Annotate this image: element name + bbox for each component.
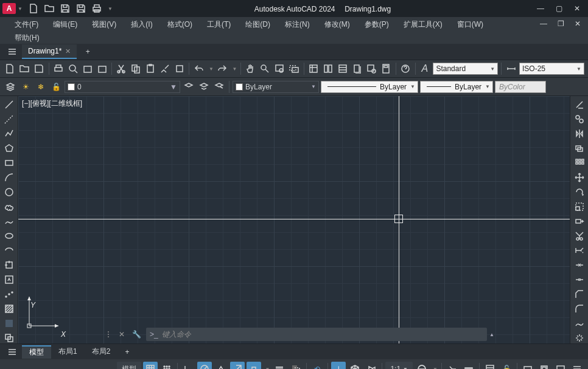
break-icon[interactable] [573,259,586,271]
isodraft-icon[interactable] [214,362,228,369]
join-icon[interactable] [573,274,586,286]
dim-style-combo[interactable]: ISO-25▼ [519,63,584,75]
region-icon[interactable] [2,332,16,343]
layout-tab-model[interactable]: 模型 [22,345,51,359]
layer-freeze-icon[interactable]: ❄ [34,80,47,94]
doc-close-button[interactable]: ✕ [570,17,586,30]
mirror-icon[interactable] [573,128,586,140]
ortho-toggle-icon[interactable] [181,362,195,369]
otrack-toggle-icon[interactable] [230,362,245,369]
lwt-toggle-icon[interactable] [272,362,287,369]
quickprops-icon[interactable] [483,362,497,369]
dynamic-input-icon[interactable]: ⊥ [331,362,346,369]
3dosnap-icon[interactable] [348,362,362,369]
lineweight-combo[interactable]: ByLayer ▼ [420,81,493,93]
xline-icon[interactable] [2,113,16,125]
copy-icon[interactable] [130,62,142,75]
menu-insert[interactable]: 插入(I) [124,18,159,32]
open-icon[interactable] [43,2,56,15]
hardware-accel-icon[interactable] [537,362,551,369]
units-icon[interactable] [461,362,476,369]
osnap-toggle-icon[interactable] [247,362,261,369]
stretch-icon[interactable] [573,215,586,227]
tool-palettes-icon[interactable] [336,62,349,75]
menu-tools[interactable]: 工具(T) [200,18,238,32]
command-history-arrow[interactable]: ▲ [489,332,494,337]
clean-screen-icon[interactable] [553,362,568,369]
save-file-icon[interactable] [33,62,46,75]
new-icon[interactable] [27,2,40,15]
arc-icon[interactable] [2,171,16,184]
snap-toggle-icon[interactable] [159,362,174,369]
paste-icon[interactable] [144,62,157,75]
blend-icon[interactable] [573,317,586,329]
polyline-icon[interactable] [2,128,16,140]
calc-icon[interactable] [380,62,393,75]
grid-toggle-icon[interactable] [143,362,158,369]
copy-obj-icon[interactable] [573,113,586,125]
zoom-window-icon[interactable] [273,62,286,75]
ellipse-arc-icon[interactable] [2,244,16,257]
command-input[interactable]: >_ 键入命令 [146,328,487,341]
layer-lock-icon[interactable]: 🔓 [49,80,63,94]
zoom-prev-icon[interactable] [288,62,301,75]
plot-preview-icon[interactable] [66,62,79,75]
linetype-combo[interactable]: ByLayer ▼ [321,81,418,93]
lock-ui-icon[interactable]: 🔓 [499,362,514,369]
markup-icon[interactable] [365,62,378,75]
transparency-icon[interactable] [289,362,303,369]
new-tab-button[interactable]: + [79,44,96,59]
revcloud-icon[interactable] [2,201,16,213]
anno-scale-button[interactable]: 1:1 ▼ [385,362,413,369]
drawing-canvas[interactable]: [−][俯视][二维线框] Y X ✕ 🔧 >_ 键入命令 ▲ [18,96,570,343]
properties-icon[interactable] [307,62,320,75]
minimize-button[interactable]: — [532,2,549,15]
block-editor-icon[interactable] [173,62,186,75]
file-tab[interactable]: Drawing1* ✕ [22,44,77,59]
color-combo[interactable]: ByLayer ▼ [233,81,319,93]
workspace-arrow[interactable]: ▼ [432,364,438,369]
pan-icon[interactable] [244,62,257,75]
dim-style-icon[interactable] [505,62,517,75]
save-icon[interactable] [58,2,72,15]
layer-prev-icon[interactable] [182,80,195,94]
scale-icon[interactable] [573,201,586,213]
point-icon[interactable] [2,288,16,300]
menu-draw[interactable]: 绘图(D) [238,18,278,32]
layer-combo[interactable]: 0 ▼ [65,81,180,93]
app-menu-arrow[interactable]: ▼ [17,3,23,14]
move-icon[interactable] [573,171,586,184]
menu-modify[interactable]: 修改(M) [317,18,357,32]
menu-param[interactable]: 参数(P) [357,18,396,32]
customize-icon[interactable] [570,362,584,369]
command-close-icon[interactable]: ✕ [116,330,127,339]
help-icon[interactable] [399,62,412,75]
viewport-label[interactable]: [−][俯视][二维线框] [22,98,82,109]
polygon-icon[interactable] [2,142,16,154]
command-config-icon[interactable]: 🔧 [130,330,144,339]
ucs-icon[interactable] [26,293,62,331]
file-tab-close-icon[interactable]: ✕ [65,47,71,55]
fillet-icon[interactable] [573,303,586,315]
polar-toggle-icon[interactable] [197,362,212,369]
maximize-button[interactable]: ▢ [550,2,567,15]
zoom-icon[interactable] [259,62,271,75]
spline-icon[interactable] [2,215,16,227]
menu-express[interactable]: 扩展工具(X) [396,18,450,32]
design-center-icon[interactable] [321,62,334,75]
saveas-icon[interactable] [74,2,88,15]
anno-monitor-icon[interactable] [445,362,460,369]
layer-manager-icon[interactable] [4,80,17,94]
offset-icon[interactable] [573,142,586,154]
line-icon[interactable] [2,98,16,111]
text-style-icon[interactable]: A [419,62,432,75]
hatch-icon[interactable] [2,303,16,315]
undo-icon[interactable] [192,62,205,75]
doc-restore-button[interactable]: ❐ [553,17,569,30]
menu-help[interactable]: 帮助(H) [7,31,47,45]
layout-tab-1[interactable]: 布局1 [51,345,85,359]
array-icon[interactable] [573,157,586,169]
layer-on-icon[interactable]: ☀ [19,80,32,94]
matchprop-icon[interactable] [159,62,172,75]
selection-cycling-icon[interactable]: ⟲ [310,362,324,369]
